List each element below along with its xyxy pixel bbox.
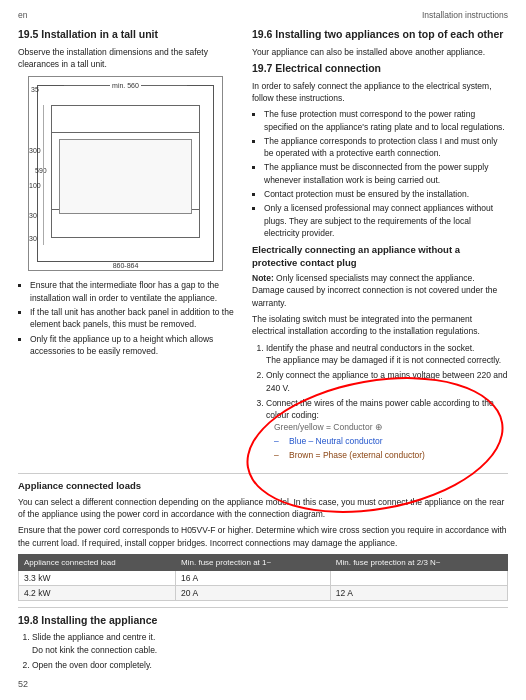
left-column: 19.5 Installation in a tall unit Observe… bbox=[18, 28, 238, 467]
appliance-table: Appliance connected load Min. fuse prote… bbox=[18, 554, 508, 601]
step-198-1-text: Slide the appliance and centre it.Do not… bbox=[32, 632, 157, 654]
section-196-text: Your appliance can also be installed abo… bbox=[252, 46, 508, 58]
color-blue-dash: – bbox=[274, 435, 279, 449]
appliance-loads-intro2: Ensure that the power cord corresponds t… bbox=[18, 524, 508, 549]
color-brown-dash: – bbox=[274, 449, 279, 463]
color-coding: Green/yellow = Conductor ⊕ bbox=[274, 421, 508, 435]
section-197-bullets: The fuse protection must correspond to t… bbox=[264, 108, 508, 239]
step-2-text: Only connect the appliance to a mains vo… bbox=[266, 370, 507, 392]
section-196-title: 19.6 Installing two appliances on top of… bbox=[252, 28, 508, 42]
section-197b-note: Note: Only licensed specialists may conn… bbox=[252, 272, 508, 309]
note-label: Note: bbox=[252, 273, 274, 283]
divider-1 bbox=[18, 473, 508, 474]
section-198-title: 19.8 Installing the appliance bbox=[18, 614, 508, 628]
appliance-loads-section: Appliance connected loads You can select… bbox=[18, 480, 508, 601]
section-197b-text2: The isolating switch must be integrated … bbox=[252, 313, 508, 338]
dim-590-label: 590 bbox=[35, 167, 47, 174]
dim-35-label: 35 bbox=[31, 86, 39, 93]
dim-860-label: 860-864 bbox=[29, 262, 222, 269]
step-3-text: Connect the wires of the mains power cab… bbox=[266, 398, 494, 420]
table-cell-fuse2-2: 12 A bbox=[330, 585, 507, 600]
top-bar: en Installation instructions bbox=[18, 10, 508, 20]
diagram-shelf-top bbox=[51, 132, 200, 133]
color-brown-text: Brown = Phase (external conductor) bbox=[289, 449, 425, 463]
bullet-195-2: If the tall unit has another back panel … bbox=[30, 306, 238, 331]
bullet-197-1: The fuse protection must correspond to t… bbox=[264, 108, 508, 133]
appliance-loads-title: Appliance connected loads bbox=[18, 480, 508, 492]
dim-30-label-2: 30 bbox=[29, 235, 37, 242]
section-label: Installation instructions bbox=[422, 10, 508, 20]
step-3: Connect the wires of the mains power cab… bbox=[266, 397, 508, 462]
table-header-row: Appliance connected load Min. fuse prote… bbox=[19, 554, 508, 570]
dim-300-label: 300 bbox=[29, 147, 41, 154]
bullet-197-5: Only a licensed professional may connect… bbox=[264, 202, 508, 239]
dim-100-label: 100 bbox=[29, 182, 41, 189]
step-198-2: Open the oven door completely. bbox=[32, 659, 508, 671]
section-198: 19.8 Installing the appliance Slide the … bbox=[18, 614, 508, 672]
section-197-title: 19.7 Electrical connection bbox=[252, 62, 508, 76]
note-text: Only licensed specialists may connect th… bbox=[252, 273, 497, 308]
dim-590-vline bbox=[43, 105, 44, 245]
color-blue-text: Blue – Neutral conductor bbox=[289, 435, 383, 449]
tall-unit-diagram: min. 560 35 590 300 100 30 30 860-864 bbox=[28, 76, 223, 271]
table-cell-fuse1-2: 20 A bbox=[176, 585, 331, 600]
divider-2 bbox=[18, 607, 508, 608]
bullet-197-4: Contact protection must be ensured by th… bbox=[264, 188, 508, 200]
bullet-197-2: The appliance corresponds to protection … bbox=[264, 135, 508, 160]
electrical-steps: Identify the phase and neutral conductor… bbox=[266, 342, 508, 463]
appliance-rect bbox=[59, 139, 192, 214]
table-cell-fuse2-1 bbox=[330, 570, 507, 585]
table-cell-load-2: 4.2 kW bbox=[19, 585, 176, 600]
main-columns: 19.5 Installation in a tall unit Observe… bbox=[18, 28, 508, 467]
step-198-1: Slide the appliance and centre it.Do not… bbox=[32, 631, 508, 656]
page-number: 52 bbox=[18, 679, 508, 689]
section-195-bullets: Ensure that the intermediate floor has a… bbox=[30, 279, 238, 357]
section-197b-title: Electrically connecting an appliance wit… bbox=[252, 244, 508, 269]
section-195-title: 19.5 Installation in a tall unit bbox=[18, 28, 238, 42]
section-195-intro: Observe the installation dimensions and … bbox=[18, 46, 238, 71]
appliance-loads-intro: You can select a different connection de… bbox=[18, 496, 508, 521]
color-brown: – Brown = Phase (external conductor) bbox=[274, 449, 508, 463]
table-header-col1: Appliance connected load bbox=[19, 554, 176, 570]
dim-560-label: min. 560 bbox=[110, 82, 141, 89]
bullet-195-3: Only fit the appliance up to a height wh… bbox=[30, 333, 238, 358]
section-198-steps: Slide the appliance and centre it.Do not… bbox=[32, 631, 508, 671]
right-column: 19.6 Installing two appliances on top of… bbox=[252, 28, 508, 467]
dim-30-label-1: 30 bbox=[29, 212, 37, 219]
lang-label: en bbox=[18, 10, 27, 20]
table-cell-fuse1-1: 16 A bbox=[176, 570, 331, 585]
section-197-intro: In order to safely connect the appliance… bbox=[252, 80, 508, 105]
table-header-col3: Min. fuse protection at 2/3 N~ bbox=[330, 554, 507, 570]
step-1: Identify the phase and neutral conductor… bbox=[266, 342, 508, 367]
page: en Installation instructions 19.5 Instal… bbox=[0, 0, 526, 700]
table-row: 3.3 kW 16 A bbox=[19, 570, 508, 585]
step-2: Only connect the appliance to a mains vo… bbox=[266, 369, 508, 394]
step-1-text: Identify the phase and neutral conductor… bbox=[266, 343, 474, 353]
dim-line-560: min. 560 bbox=[64, 85, 187, 86]
step-198-2-text: Open the oven door completely. bbox=[32, 660, 152, 670]
bullet-197-3: The appliance must be disconnected from … bbox=[264, 161, 508, 186]
bullet-195-1: Ensure that the intermediate floor has a… bbox=[30, 279, 238, 304]
table-header-col2: Min. fuse protection at 1~ bbox=[176, 554, 331, 570]
step-1-sub: The appliance may be damaged if it is no… bbox=[266, 355, 501, 365]
color-green-yellow: Green/yellow = Conductor ⊕ bbox=[274, 421, 383, 435]
color-blue: – Blue – Neutral conductor bbox=[274, 435, 508, 449]
table-cell-load-1: 3.3 kW bbox=[19, 570, 176, 585]
table-row: 4.2 kW 20 A 12 A bbox=[19, 585, 508, 600]
